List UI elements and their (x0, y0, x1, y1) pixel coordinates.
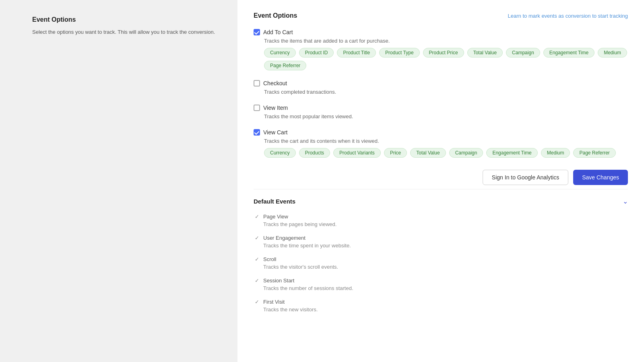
event-header-add-to-cart: Add To Cart (254, 29, 628, 35)
check-icon: ✓ (254, 234, 260, 241)
save-changes-button[interactable]: Save Changes (573, 170, 628, 185)
learn-link[interactable]: Learn to mark events as conversion to st… (508, 13, 628, 19)
tag: Campaign (449, 148, 483, 158)
event-header-view-item: View Item (254, 105, 628, 111)
event-desc-checkout: Tracks completed transactions. (264, 89, 628, 95)
default-event-desc: Tracks the new visitors. (263, 306, 628, 313)
tag: Product ID (299, 48, 334, 58)
default-event-header-page-view: ✓ Page View (254, 213, 628, 220)
left-panel-title: Event Options (32, 16, 221, 23)
right-panel: Event Options Learn to mark events as co… (237, 0, 644, 362)
default-event-user-engagement: ✓ User Engagement Tracks the time spent … (254, 234, 628, 249)
check-icon: ✓ (254, 298, 260, 305)
tag: Engagement Time (543, 48, 594, 58)
check-icon: ✓ (254, 277, 260, 284)
default-event-header-session-start: ✓ Session Start (254, 277, 628, 284)
default-events-title: Default Events (254, 198, 295, 205)
tag: Product Price (423, 48, 464, 58)
event-label-add-to-cart[interactable]: Add To Cart (263, 29, 293, 35)
tag: Product Title (337, 48, 376, 58)
event-desc-add-to-cart: Tracks the items that are added to a car… (264, 38, 628, 44)
tag: Medium (541, 148, 570, 158)
tag: Campaign (506, 48, 540, 58)
sign-in-button[interactable]: Sign In to Google Analytics (483, 170, 568, 185)
default-event-header-user-engagement: ✓ User Engagement (254, 234, 628, 241)
default-event-first-visit: ✓ First Visit Tracks the new visitors. (254, 298, 628, 313)
tags-view-cart: Currency Products Product Variants Price… (264, 148, 628, 158)
tag: Price (384, 148, 407, 158)
default-event-name: Scroll (263, 256, 277, 262)
default-event-page-view: ✓ Page View Tracks the pages being viewe… (254, 213, 628, 227)
tag: Product Type (379, 48, 420, 58)
checkbox-add-to-cart[interactable] (254, 29, 260, 35)
tag: Page Referrer (573, 148, 615, 158)
default-events-section: Default Events ⌄ ✓ Page View Tracks the … (254, 189, 628, 313)
action-buttons: Sign In to Google Analytics Save Changes (254, 170, 628, 185)
event-desc-view-item: Tracks the most popular items viewed. (264, 113, 628, 119)
default-event-header-first-visit: ✓ First Visit (254, 298, 628, 305)
check-icon: ✓ (254, 256, 260, 262)
tag: Page Referrer (264, 61, 306, 70)
event-checkout: Checkout Tracks completed transactions. (254, 80, 628, 95)
default-event-name: Page View (263, 214, 288, 220)
section-title: Event Options (254, 12, 297, 19)
tag: Medium (598, 48, 627, 58)
tag: Product Variants (333, 148, 381, 158)
tag: Products (299, 148, 330, 158)
event-desc-view-cart: Tracks the cart and its contents when it… (264, 138, 628, 144)
event-header-checkout: Checkout (254, 80, 628, 86)
default-event-name: First Visit (263, 299, 285, 305)
event-view-item: View Item Tracks the most popular items … (254, 105, 628, 119)
chevron-down-icon[interactable]: ⌄ (623, 197, 628, 205)
section-header: Event Options Learn to mark events as co… (254, 12, 628, 19)
left-panel: Event Options Select the options you wan… (0, 0, 237, 362)
default-event-session-start: ✓ Session Start Tracks the number of ses… (254, 277, 628, 291)
check-icon: ✓ (254, 213, 260, 220)
event-add-to-cart: Add To Cart Tracks the items that are ad… (254, 29, 628, 70)
default-event-name: User Engagement (263, 235, 305, 241)
event-label-view-cart[interactable]: View Cart (263, 129, 287, 136)
default-event-desc: Tracks the time spent in your website. (263, 243, 628, 249)
tags-add-to-cart: Currency Product ID Product Title Produc… (264, 48, 628, 70)
tag: Engagement Time (486, 148, 537, 158)
checkbox-view-cart[interactable] (254, 129, 260, 136)
default-events-header[interactable]: Default Events ⌄ (254, 197, 628, 205)
default-event-desc: Tracks the visitor's scroll events. (263, 264, 628, 270)
default-event-name: Session Start (263, 278, 294, 284)
event-label-view-item[interactable]: View Item (263, 105, 288, 111)
event-header-view-cart: View Cart (254, 129, 628, 136)
event-view-cart: View Cart Tracks the cart and its conten… (254, 129, 628, 158)
left-panel-description: Select the options you want to track. Th… (32, 28, 221, 36)
checkbox-checkout[interactable] (254, 80, 260, 86)
event-label-checkout[interactable]: Checkout (263, 80, 287, 86)
tag: Currency (264, 148, 296, 158)
default-event-desc: Tracks the number of sessions started. (263, 285, 628, 291)
default-event-header-scroll: ✓ Scroll (254, 256, 628, 262)
default-event-scroll: ✓ Scroll Tracks the visitor's scroll eve… (254, 256, 628, 270)
tag: Total Value (467, 48, 503, 58)
default-event-desc: Tracks the pages being viewed. (263, 221, 628, 227)
tag: Total Value (410, 148, 446, 158)
tag: Currency (264, 48, 296, 58)
checkbox-view-item[interactable] (254, 105, 260, 111)
